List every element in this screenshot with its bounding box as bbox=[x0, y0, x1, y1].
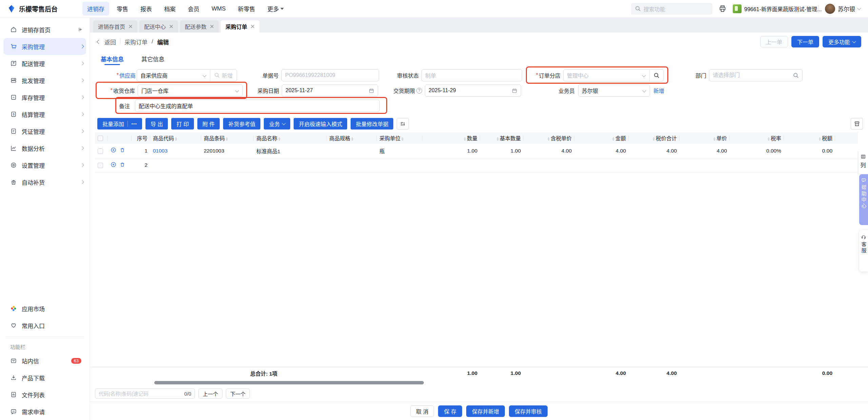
printer-icon[interactable] bbox=[718, 5, 727, 13]
scrollbar-thumb[interactable] bbox=[154, 381, 424, 384]
cell-tax-amount[interactable] bbox=[784, 158, 835, 172]
top-menu-wms[interactable]: WMS bbox=[207, 3, 231, 15]
sidebar-item-wholesale[interactable]: 批发管理 bbox=[0, 72, 90, 89]
sidebar-item-home[interactable]: 进销存首页 bbox=[0, 21, 90, 38]
cell-barcode[interactable]: 2201003 bbox=[201, 144, 254, 158]
tab-delivery-params[interactable]: 配送参数 bbox=[180, 20, 219, 33]
cell-name[interactable]: 标准商品1 bbox=[254, 144, 327, 158]
replenish-ref-button[interactable]: 补货参考值 bbox=[223, 118, 260, 129]
col-name[interactable]: 商品名称 bbox=[254, 132, 327, 144]
close-icon[interactable] bbox=[129, 24, 133, 28]
warehouse-select[interactable]: 门店一仓库 bbox=[138, 84, 243, 97]
export-button[interactable]: 导 出 bbox=[145, 118, 168, 129]
row-checkbox[interactable] bbox=[98, 148, 103, 154]
cell-tax-rate[interactable]: 0.00% bbox=[730, 144, 784, 158]
quick-search-input[interactable] bbox=[99, 391, 182, 397]
sidebar-item-analytics[interactable]: 数据分析 bbox=[0, 140, 90, 157]
tab-purchase-order[interactable]: 采购订单 bbox=[221, 20, 259, 33]
next-match-button[interactable]: 下一个 bbox=[226, 388, 250, 399]
delete-icon[interactable] bbox=[120, 147, 125, 153]
remark-input[interactable] bbox=[135, 100, 379, 112]
cell-barcode[interactable] bbox=[201, 158, 254, 172]
more-functions-button[interactable]: 更多功能 bbox=[823, 36, 861, 47]
cell-qty[interactable]: 1.00 bbox=[422, 144, 480, 158]
subtab-basic-info[interactable]: 基本信息 bbox=[101, 51, 124, 66]
back-button[interactable]: 返回 bbox=[104, 38, 116, 46]
col-amount[interactable]: 金额 bbox=[574, 132, 629, 144]
top-menu-reports[interactable]: 报表 bbox=[136, 2, 157, 16]
supplier-select[interactable]: 自采供应商 新增 bbox=[137, 69, 237, 81]
col-spec[interactable]: 商品规格 bbox=[327, 132, 377, 144]
add-circle-icon[interactable] bbox=[111, 162, 116, 167]
cell-tax-price[interactable] bbox=[524, 158, 574, 172]
salesman-select[interactable]: 苏尔银 bbox=[578, 84, 650, 97]
more-options-icon[interactable]: ⋯ bbox=[131, 121, 137, 127]
col-barcode[interactable]: 商品条码 bbox=[201, 132, 254, 144]
top-menu-more[interactable]: 更多 bbox=[263, 2, 289, 16]
cell-amount[interactable] bbox=[574, 158, 629, 172]
doc-no-field[interactable] bbox=[281, 69, 379, 81]
prev-match-button[interactable]: 上一个 bbox=[198, 388, 222, 399]
cell-tax-total[interactable]: 4.00 bbox=[629, 144, 679, 158]
sidebar-item-messages[interactable]: 站内信 63 bbox=[0, 352, 90, 369]
sidebar-item-voucher[interactable]: 凭证管理 bbox=[0, 123, 90, 140]
business-dropdown-button[interactable]: 业务 bbox=[264, 118, 290, 129]
top-menu-retail[interactable]: 零售 bbox=[112, 2, 133, 16]
list-config-button[interactable] bbox=[397, 118, 409, 129]
sidebar-item-settlement[interactable]: $ 结算管理 bbox=[0, 106, 90, 123]
delete-icon[interactable] bbox=[120, 162, 125, 167]
cell-tax-total[interactable] bbox=[629, 158, 679, 172]
user-menu[interactable]: 苏尔银 bbox=[825, 4, 861, 14]
sidebar-item-auto-replenish[interactable]: 自动补货 bbox=[0, 174, 90, 191]
sort-icon[interactable] bbox=[548, 137, 550, 141]
add-circle-icon[interactable] bbox=[111, 147, 116, 153]
cell-qty[interactable] bbox=[422, 158, 480, 172]
sort-icon[interactable] bbox=[653, 137, 655, 141]
store-switcher[interactable]: 99661-新界面果蔬版测试-管理... bbox=[733, 4, 812, 13]
prev-order-button[interactable]: 上一单 bbox=[760, 36, 788, 47]
supplier-label[interactable]: *供应商 bbox=[97, 69, 136, 81]
sidebar-item-delivery[interactable]: 配送管理 bbox=[0, 55, 90, 72]
sort-icon[interactable] bbox=[401, 137, 403, 141]
sort-icon[interactable] bbox=[819, 137, 821, 141]
delivery-deadline-field[interactable]: 2025-11-29 bbox=[425, 84, 521, 97]
cell-spec[interactable] bbox=[327, 144, 377, 158]
cell-price[interactable] bbox=[679, 158, 730, 172]
cell-spec[interactable] bbox=[327, 158, 377, 172]
sidebar-item-inventory[interactable]: 库存管理 bbox=[0, 89, 90, 106]
cell-tax-amount[interactable]: 0.00 bbox=[784, 144, 835, 158]
print-button[interactable]: 打 印 bbox=[171, 118, 194, 129]
department-field[interactable] bbox=[709, 69, 803, 81]
order-branch-search-button[interactable] bbox=[650, 73, 664, 78]
tab-delivery-center[interactable]: 配送中心 bbox=[139, 20, 178, 33]
top-menu-invoicing[interactable]: 进销存 bbox=[82, 2, 109, 16]
col-code[interactable]: 商品代码 bbox=[150, 132, 201, 144]
sidebar-item-file-list[interactable]: 文件列表 bbox=[0, 386, 90, 403]
horizontal-scrollbar[interactable] bbox=[95, 380, 863, 385]
row-checkbox[interactable] bbox=[98, 163, 103, 168]
cell-base-qty[interactable] bbox=[480, 158, 524, 172]
select-all-checkbox[interactable] bbox=[98, 136, 103, 141]
save-button[interactable]: 保 存 bbox=[438, 405, 462, 417]
sidebar-item-settings[interactable]: 设置管理 bbox=[0, 157, 90, 174]
sort-icon[interactable] bbox=[768, 137, 770, 141]
sidebar-item-product-download[interactable]: 产品下载 bbox=[0, 369, 90, 386]
cell-base-qty[interactable]: 1.00 bbox=[480, 144, 524, 158]
salesman-add-button[interactable]: 新增 bbox=[653, 84, 664, 97]
cell-code[interactable]: 01003 bbox=[150, 144, 201, 158]
cell-tax-rate[interactable] bbox=[730, 158, 784, 172]
search-icon[interactable] bbox=[793, 73, 799, 78]
tab-home[interactable]: 进销存首页 bbox=[93, 20, 137, 33]
col-price[interactable]: 单价 bbox=[679, 132, 730, 144]
sort-icon[interactable] bbox=[226, 137, 228, 141]
col-base-qty[interactable]: 基本数量 bbox=[480, 132, 524, 144]
top-menu-archives[interactable]: 档案 bbox=[159, 2, 180, 16]
next-order-button[interactable]: 下一单 bbox=[791, 36, 819, 47]
archive-button[interactable] bbox=[851, 118, 863, 129]
sort-icon[interactable] bbox=[464, 137, 466, 141]
sort-icon[interactable] bbox=[713, 137, 715, 141]
collapse-icon[interactable] bbox=[77, 26, 83, 33]
attachment-button[interactable]: 附 件 bbox=[197, 118, 220, 129]
sort-icon[interactable] bbox=[351, 137, 353, 141]
col-tax-rate[interactable]: 税率 bbox=[730, 132, 784, 144]
